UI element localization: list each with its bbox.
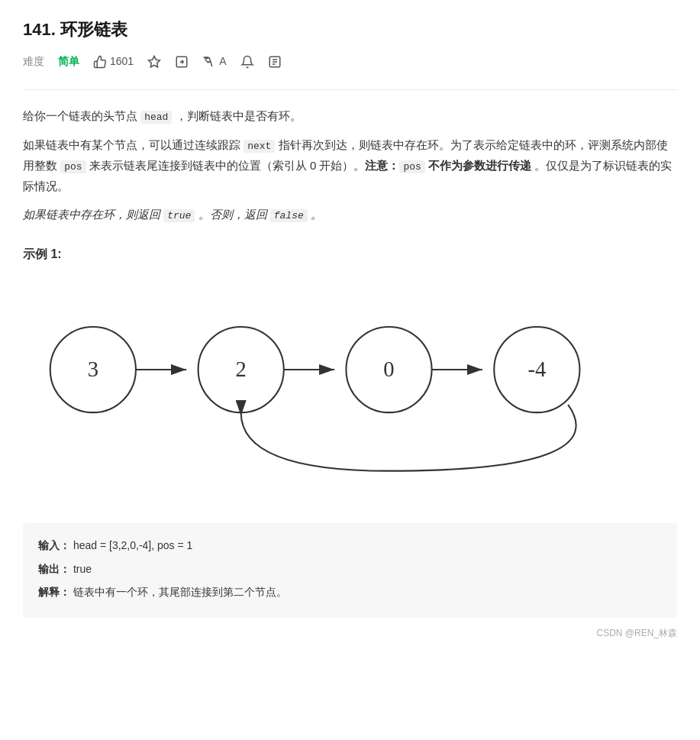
- explain-label: 解释：: [38, 586, 70, 598]
- svg-marker-0: [149, 57, 160, 67]
- true-code: true: [163, 209, 195, 222]
- translate-label: A: [219, 53, 226, 71]
- translate-svg: [202, 55, 216, 69]
- problem-title: 141. 环形链表: [23, 15, 677, 44]
- feedback-icon[interactable]: [268, 55, 282, 69]
- thumbs-up-icon[interactable]: 1601: [93, 53, 134, 71]
- difficulty-label: 难度: [23, 53, 44, 71]
- bell-icon[interactable]: [240, 55, 254, 69]
- star-svg: [147, 55, 161, 69]
- svg-text:-4: -4: [527, 357, 546, 381]
- like-svg: [93, 55, 107, 69]
- note-text: 不作为参数进行传递: [425, 159, 531, 172]
- para1: 给你一个链表的头节点 head ，判断链表中是否有环。: [23, 105, 677, 126]
- divider: [23, 89, 677, 90]
- feedback-svg: [268, 55, 282, 69]
- svg-text:0: 0: [383, 357, 394, 381]
- explain-line: 解释： 链表中有一个环，其尾部连接到第二个节点。: [38, 582, 662, 603]
- example-box: 输入： head = [3,2,0,-4], pos = 1 输出： true …: [23, 523, 677, 618]
- false-code: false: [270, 209, 308, 222]
- para2: 如果链表中有某个节点，可以通过连续跟踪 next 指针再次到达，则链表中存在环。…: [23, 134, 677, 197]
- description-block: 给你一个链表的头节点 head ，判断链表中是否有环。 如果链表中有某个节点，可…: [23, 105, 677, 225]
- watermark: CSDN @REN_林森: [23, 625, 677, 641]
- next-code: next: [244, 140, 275, 153]
- linked-list-diagram: 3 2 0 -4: [23, 292, 677, 494]
- input-line: 输入： head = [3,2,0,-4], pos = 1: [38, 535, 662, 556]
- explain-value: 链表中有一个环，其尾部连接到第二个节点。: [73, 586, 287, 598]
- share-icon[interactable]: [175, 55, 189, 69]
- note-label: 注意：: [365, 159, 399, 172]
- share-svg: [175, 55, 189, 69]
- bell-svg: [240, 55, 254, 69]
- output-label: 输出：: [38, 563, 70, 575]
- output-value: true: [73, 563, 92, 575]
- meta-row: 难度 简单 1601 A: [23, 53, 677, 71]
- page-container: 141. 环形链表 难度 简单 1601 A: [0, 0, 700, 664]
- output-line: 输出： true: [38, 559, 662, 580]
- para3: 如果链表中存在环，则返回 true 。否则，返回 false 。: [23, 204, 677, 225]
- example-title: 示例 1:: [23, 244, 677, 264]
- svg-text:2: 2: [236, 357, 247, 381]
- translate-icon[interactable]: A: [202, 53, 226, 71]
- pos-code2: pos: [399, 160, 424, 173]
- input-value: head = [3,2,0,-4], pos = 1: [73, 539, 192, 551]
- likes-count: 1601: [110, 53, 134, 71]
- star-icon[interactable]: [147, 55, 161, 69]
- input-label: 输入：: [38, 539, 70, 551]
- head-code: head: [140, 111, 172, 124]
- svg-text:3: 3: [88, 357, 98, 381]
- diagram-container: 3 2 0 -4: [23, 276, 677, 517]
- difficulty-value: 简单: [58, 53, 79, 71]
- pos-code: pos: [60, 160, 85, 173]
